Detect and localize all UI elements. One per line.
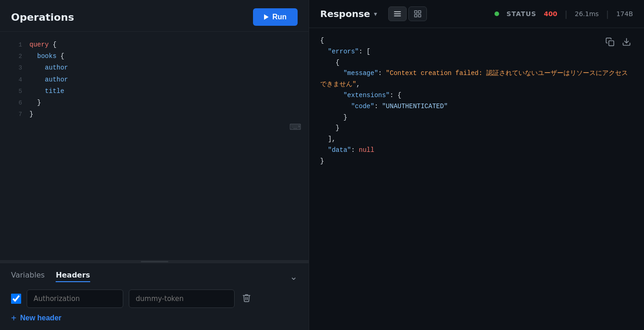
left-panel: Operations Run 1 query { 2 books { 3 aut… [0, 0, 309, 330]
authorization-key-input[interactable] [27, 289, 123, 308]
new-header-label: New header [20, 314, 62, 322]
response-header: Response ▾ [309, 0, 644, 28]
response-body: { "errors": [ { "message": "Context crea… [309, 28, 644, 330]
code-line: 2 books { [0, 51, 309, 62]
main-layout: Operations Run 1 query { 2 books { 3 aut… [0, 0, 644, 330]
response-title[interactable]: Response ▾ [320, 8, 377, 19]
header-checkbox[interactable] [11, 294, 21, 304]
header-row [11, 289, 298, 308]
svg-rect-6 [418, 15, 420, 17]
response-size: 174B [616, 10, 633, 17]
response-actions [604, 35, 633, 51]
tab-variables[interactable]: Variables [11, 271, 45, 282]
status-label: STATUS [506, 10, 536, 17]
copy-button[interactable] [604, 35, 616, 51]
delete-header-button[interactable] [240, 291, 253, 307]
code-line: 4 author [0, 74, 309, 86]
operations-header: Operations Run [0, 0, 309, 32]
grid-view-button[interactable] [408, 6, 427, 21]
response-meta: STATUS 400 | 26.1ms | 174B [494, 9, 633, 19]
list-view-button[interactable] [388, 6, 407, 21]
run-button[interactable]: Run [253, 8, 298, 26]
keyboard-icon-area: ⌨ [0, 120, 309, 135]
view-toggle [388, 6, 427, 21]
tab-headers[interactable]: Headers [56, 271, 90, 282]
status-dot [494, 12, 499, 16]
chevron-down-icon: ▾ [374, 10, 377, 17]
svg-rect-7 [609, 41, 614, 46]
resize-handle-inner [141, 261, 168, 262]
code-line: 5 title [0, 86, 309, 97]
authorization-value-input[interactable] [129, 289, 235, 308]
keyboard-icon: ⌨ [289, 122, 301, 132]
svg-rect-4 [418, 11, 420, 13]
svg-rect-5 [414, 15, 417, 17]
response-time: 26.1ms [575, 10, 598, 17]
code-editor[interactable]: 1 query { 2 books { 3 author 4 author 5 … [0, 32, 309, 260]
status-code: 400 [544, 10, 557, 17]
svg-rect-3 [414, 11, 417, 13]
tabs-row: Variables Headers ⌄ [11, 271, 298, 282]
plus-icon: + [11, 313, 17, 323]
code-line: 1 query { [0, 39, 309, 51]
new-header-button[interactable]: + New header [11, 313, 62, 323]
code-line: 7 } [0, 109, 309, 120]
json-viewer: { "errors": [ { "message": "Context crea… [320, 35, 633, 167]
code-line: 6 } [0, 97, 309, 109]
run-icon [264, 14, 269, 20]
run-label: Run [272, 13, 287, 21]
collapse-button[interactable]: ⌄ [290, 271, 298, 282]
right-panel: Response ▾ [309, 0, 644, 330]
tab-list: Variables Headers [11, 271, 90, 282]
download-button[interactable] [620, 35, 633, 51]
code-line: 3 author [0, 62, 309, 74]
operations-title: Operations [11, 12, 74, 23]
bottom-panel: Variables Headers ⌄ [0, 263, 309, 330]
